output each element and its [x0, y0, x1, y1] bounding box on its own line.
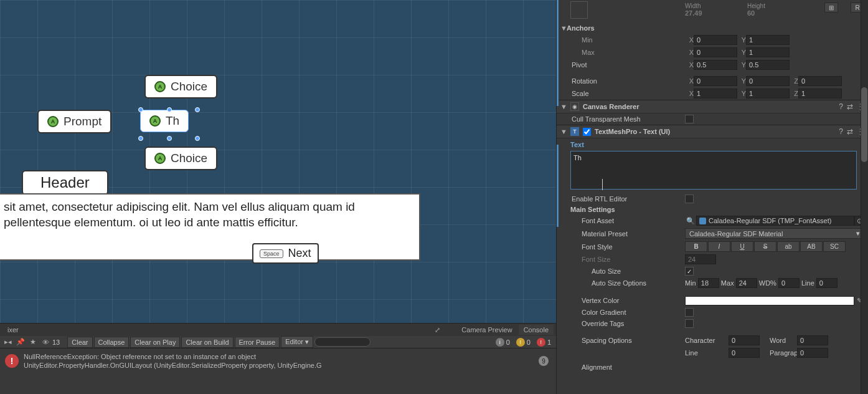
preset-icon[interactable]: ⇄ [847, 127, 853, 136]
next-button[interactable]: Space Next [252, 243, 319, 264]
pin-icon[interactable]: 📌 [15, 337, 26, 347]
rotation-z[interactable] [798, 76, 842, 86]
error-pause-button[interactable]: Error Pause [235, 337, 280, 348]
selection-handle[interactable] [167, 107, 172, 112]
choice-button-1[interactable]: A Choice [144, 75, 217, 98]
foldout-icon[interactable]: ▼ [560, 24, 567, 32]
tab-mixer[interactable]: ixer [2, 325, 24, 335]
override-tags-label: Override Tags [560, 320, 685, 327]
anchor-max-y[interactable] [746, 47, 790, 57]
clear-button[interactable]: Clear [67, 337, 92, 348]
tab-console[interactable]: Console [519, 325, 554, 335]
pivot-x[interactable] [694, 60, 737, 70]
console-message[interactable]: ! NullReferenceException: Object referen… [0, 348, 556, 374]
clear-on-play-button[interactable]: Clear on Play [130, 337, 180, 348]
autosize-max[interactable] [736, 278, 757, 288]
rotation-x[interactable] [694, 76, 737, 86]
inspector-scrollbar[interactable] [861, 0, 868, 394]
toggle-icon[interactable]: ▸◂ [2, 337, 14, 347]
prompt-panel[interactable]: A Prompt [37, 110, 111, 133]
rect-transform-section: Width27.49 Height60 ⊞ R [557, 0, 868, 22]
body-panel[interactable]: sit amet, consectetur adipiscing elit. N… [0, 193, 420, 261]
color-gradient-label: Color Gradient [560, 309, 685, 316]
underline-button[interactable]: U [731, 241, 753, 252]
warning-icon: ! [516, 338, 525, 347]
anchor-preset-icon[interactable] [570, 1, 588, 19]
override-tags-checkbox[interactable] [685, 319, 694, 328]
collapse-button[interactable]: Collapse [94, 337, 130, 348]
eye-count: 13 [52, 339, 60, 346]
info-badge[interactable]: i0 [493, 338, 512, 347]
width-value: 27.49 [685, 9, 735, 17]
cull-mesh-checkbox[interactable] [685, 115, 694, 123]
error-badge[interactable]: !1 [534, 338, 554, 347]
scene-view[interactable]: A Choice A Th A Choice A Prompt Header s… [0, 0, 556, 323]
tmp-header[interactable]: ▼ T TextMeshPro - Text (UI) ?⇄⋮ [557, 125, 868, 138]
smallcaps-button[interactable]: SC [823, 241, 846, 252]
font-style-label: Font Style [560, 243, 685, 251]
blueprint-mode-button[interactable]: ⊞ [824, 2, 838, 12]
wd-label: WD% [759, 279, 776, 287]
scrollbar-thumb[interactable] [861, 87, 867, 162]
bold-button[interactable]: B [685, 241, 707, 252]
italic-button[interactable]: I [708, 241, 730, 252]
foldout-icon[interactable]: ▼ [560, 128, 567, 135]
selection-handle[interactable] [195, 107, 200, 112]
error-icon: ! [5, 354, 19, 368]
font-size-field [685, 254, 716, 264]
lowercase-button[interactable]: ab [777, 241, 800, 252]
choice-button-selected[interactable]: A Th [140, 110, 189, 132]
eye-icon[interactable]: 👁 [40, 337, 51, 347]
strike-button[interactable]: S [754, 241, 776, 252]
autosize-wd[interactable] [778, 278, 800, 288]
text-input[interactable]: Th [570, 151, 857, 190]
autosize-line[interactable] [816, 278, 837, 288]
tab-camera-preview[interactable]: Camera Preview [456, 325, 517, 335]
xbox-a-icon: A [47, 116, 59, 127]
selection-handle[interactable] [138, 107, 143, 112]
anchor-min-y[interactable] [746, 35, 790, 45]
expand-icon[interactable]: ⤢ [432, 325, 443, 335]
auto-size-checkbox[interactable]: ✓ [685, 267, 694, 276]
choice3-label: Choice [171, 151, 207, 165]
choice-button-3[interactable]: A Choice [144, 147, 217, 170]
selection-handle[interactable] [138, 136, 143, 141]
help-icon[interactable]: ? [839, 127, 843, 136]
selection-handle[interactable] [167, 136, 172, 141]
autosize-min[interactable] [698, 278, 719, 288]
rtl-checkbox[interactable] [685, 195, 694, 203]
scale-y[interactable] [746, 89, 790, 98]
rotation-y[interactable] [746, 76, 790, 86]
scale-x[interactable] [694, 89, 737, 98]
anchor-min-x[interactable] [694, 35, 737, 45]
material-preset-dropdown[interactable]: Caladea-Regular SDF Material▾ [685, 228, 864, 239]
scale-z[interactable] [798, 89, 842, 98]
tmp-enabled-checkbox[interactable] [583, 128, 591, 136]
console-search[interactable] [314, 337, 370, 347]
editor-dropdown[interactable]: Editor ▾ [281, 336, 313, 348]
anchor-max-x[interactable] [694, 47, 737, 57]
height-value: 60 [747, 9, 797, 17]
color-gradient-checkbox[interactable] [685, 308, 694, 317]
help-icon[interactable]: ? [839, 102, 843, 111]
canvas-renderer-header[interactable]: ▼ ◉ Canvas Renderer ?⇄⋮ [557, 100, 868, 113]
search-icon[interactable]: 🔍 [685, 216, 696, 226]
pivot-y[interactable] [746, 60, 790, 70]
font-asset-field[interactable]: Caladea-Regular SDF (TMP_FontAsset) [696, 216, 854, 226]
spacing-character[interactable] [729, 335, 760, 345]
header-panel[interactable]: Header [22, 170, 108, 195]
tmp-title: TextMeshPro - Text (UI) [595, 128, 835, 135]
alignment-label: Alignment [560, 363, 685, 371]
clear-on-build-button[interactable]: Clear on Build [181, 337, 233, 348]
foldout-icon[interactable]: ▼ [560, 103, 567, 110]
spacing-word[interactable] [797, 335, 828, 345]
spacing-paragraph[interactable] [797, 348, 828, 358]
vertex-color-swatch[interactable] [685, 296, 854, 305]
spacing-line[interactable] [729, 348, 760, 358]
uppercase-button[interactable]: AB [800, 241, 823, 252]
preset-icon[interactable]: ⇄ [847, 102, 853, 111]
warn-badge[interactable]: !0 [514, 338, 533, 347]
selection-handle[interactable] [195, 136, 200, 141]
star-icon[interactable]: ★ [27, 337, 39, 347]
xbox-a-icon: A [154, 81, 166, 92]
